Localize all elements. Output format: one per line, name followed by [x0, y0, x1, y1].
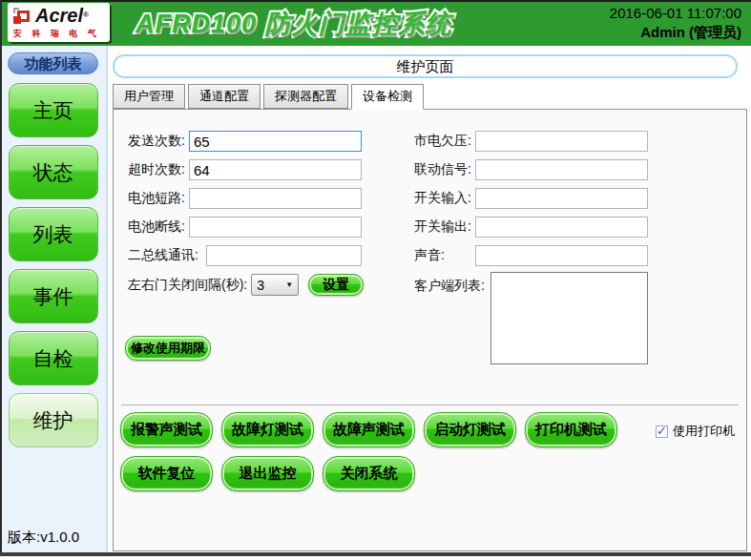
- window-border-top: [0, 0, 751, 2]
- software-reset-button[interactable]: 软件复位: [120, 456, 213, 491]
- use-printer-checkbox[interactable]: [656, 425, 668, 438]
- version-label: 版本:v1.0.0: [8, 529, 79, 547]
- exit-monitor-button[interactable]: 退出监控: [221, 456, 314, 491]
- shutdown-system-button[interactable]: 关闭系统: [323, 456, 415, 491]
- set-button[interactable]: 设置: [308, 274, 364, 296]
- app-window: Acrel® 安 科 瑞 电 气 AFRD100 防火门监控系统 2016-06…: [0, 0, 751, 560]
- window-border-bottom: [0, 552, 751, 556]
- printer-test-button[interactable]: 打印机测试: [525, 412, 617, 447]
- chevron-down-icon: ▼: [285, 280, 293, 289]
- switch-output-label: 开关输出:: [414, 218, 475, 236]
- current-user-label: Admin (管理员): [610, 23, 741, 42]
- battery-break-label: 电池断线:: [128, 218, 189, 236]
- tab-channel-config[interactable]: 通道配置: [188, 84, 261, 109]
- section-divider: [121, 404, 739, 405]
- fault-light-test-button[interactable]: 故障灯测试: [221, 412, 314, 447]
- battery-break-input[interactable]: [189, 217, 362, 238]
- test-button-row-1: 报警声测试 故障灯测试 故障声测试 启动灯测试 打印机测试: [120, 412, 617, 447]
- sidebar-item-events[interactable]: 事件: [9, 269, 98, 323]
- sidebar: 功能列表 主页 状态 列表 事件 自检 维护 版本:v1.0.0: [0, 46, 108, 556]
- door-interval-select[interactable]: 3 ▼: [251, 274, 299, 296]
- timeout-count-input[interactable]: [189, 159, 362, 180]
- use-printer-label: 使用打印机: [673, 423, 735, 440]
- client-list-label: 客户端列表:: [414, 274, 490, 295]
- datetime-label: 2016-06-01 11:07:00: [610, 4, 741, 23]
- two-bus-comm-input[interactable]: [206, 245, 362, 266]
- door-interval-label: 左右门关闭间隔(秒):: [128, 277, 247, 294]
- tab-device-detection[interactable]: 设备检测: [351, 84, 424, 110]
- tab-bar: 用户管理 通道配置 探测器配置 设备检测: [113, 84, 427, 110]
- client-listbox[interactable]: [490, 272, 648, 364]
- brand-name: Acrel®: [35, 6, 89, 25]
- sidebar-header: 功能列表: [8, 52, 98, 74]
- sidebar-item-status[interactable]: 状态: [9, 145, 98, 199]
- switch-output-input[interactable]: [475, 217, 648, 238]
- device-detection-panel: 发送次数: 超时次数: 电池短路: 电池断线: 二总线通讯: 市电欠: [113, 109, 747, 551]
- mains-undervoltage-input[interactable]: [475, 131, 648, 152]
- linkage-signal-input[interactable]: [475, 159, 648, 180]
- form-column-right: 市电欠压: 联动信号: 开关输入: 开关输出: 声音: 客户端列表:: [414, 131, 648, 372]
- brand-subtitle: 安 科 瑞 电 气: [13, 28, 105, 40]
- sidebar-item-selfcheck[interactable]: 自检: [9, 331, 98, 385]
- alarm-sound-test-button[interactable]: 报警声测试: [120, 412, 213, 447]
- form-column-left: 发送次数: 超时次数: 电池短路: 电池断线: 二总线通讯:: [128, 131, 362, 274]
- acrel-logo: Acrel® 安 科 瑞 电 气: [8, 3, 110, 42]
- sound-label: 声音:: [414, 247, 475, 264]
- tab-detector-config[interactable]: 探测器配置: [263, 84, 348, 109]
- timeout-count-label: 超时次数:: [128, 161, 189, 178]
- tab-user-management[interactable]: 用户管理: [113, 84, 185, 109]
- start-light-test-button[interactable]: 启动灯测试: [424, 412, 516, 447]
- acrel-logo-icon: [13, 8, 32, 26]
- send-count-label: 发送次数:: [128, 133, 189, 150]
- sidebar-item-home[interactable]: 主页: [9, 83, 98, 137]
- door-interval-row: 左右门关闭间隔(秒): 3 ▼ 设置: [128, 274, 364, 296]
- page-title: 维护页面: [113, 54, 738, 78]
- battery-short-label: 电池短路:: [128, 190, 189, 207]
- window-border-left: [0, 0, 2, 556]
- sidebar-item-list[interactable]: 列表: [9, 207, 98, 261]
- app-title: AFRD100 防火门监控系统: [136, 7, 452, 41]
- send-count-input[interactable]: [189, 131, 362, 152]
- use-printer-checkbox-row[interactable]: 使用打印机: [656, 423, 735, 440]
- test-button-row-2: 软件复位 退出监控 关闭系统: [120, 456, 415, 491]
- switch-input-input[interactable]: [475, 188, 648, 209]
- sidebar-item-maintenance[interactable]: 维护: [9, 393, 98, 447]
- switch-input-label: 开关输入:: [414, 190, 475, 207]
- two-bus-comm-label: 二总线通讯:: [128, 247, 206, 264]
- battery-short-input[interactable]: [189, 188, 362, 209]
- linkage-signal-label: 联动信号:: [414, 161, 475, 178]
- fault-sound-test-button[interactable]: 故障声测试: [323, 412, 415, 447]
- door-interval-value: 3: [257, 278, 264, 293]
- mains-undervoltage-label: 市电欠压:: [414, 133, 475, 150]
- app-header: Acrel® 安 科 瑞 电 气 AFRD100 防火门监控系统 2016-06…: [0, 0, 751, 46]
- sound-input[interactable]: [475, 245, 648, 266]
- modify-usage-period-button[interactable]: 修改使用期限: [125, 336, 211, 361]
